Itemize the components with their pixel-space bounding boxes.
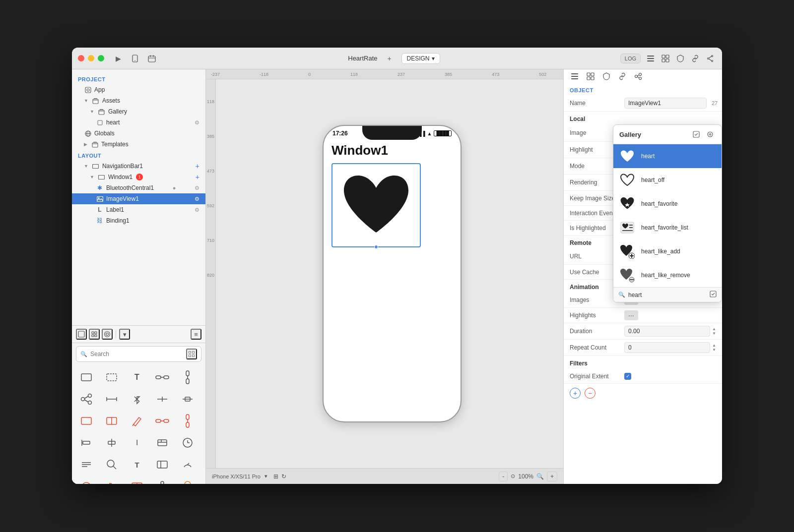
widget-search-widget[interactable]	[101, 454, 122, 475]
gallery-search-action[interactable]	[710, 291, 717, 299]
sidebar-item-gallery[interactable]: ▼ Gallery	[72, 106, 205, 117]
add-button[interactable]: +	[384, 53, 396, 64]
gallery-icon-1[interactable]	[691, 129, 702, 140]
link-button[interactable]	[689, 53, 701, 64]
bluetooth-settings-icon[interactable]: ⚙	[195, 185, 199, 191]
log-button[interactable]: LOG	[620, 54, 641, 63]
canvas-area[interactable]: 118 385 473 592 710 820 17:26 ▐▐▐	[206, 79, 563, 468]
gallery-search-input[interactable]	[628, 292, 707, 298]
tab-list[interactable]	[568, 69, 582, 83]
gallery-item-heart-favorite[interactable]: heart_favorite	[613, 192, 722, 216]
widget-red-pen[interactable]	[127, 411, 147, 431]
gallery-item-heart-like-add[interactable]: heart_like_add	[613, 239, 722, 263]
widget-red-chain[interactable]	[177, 411, 198, 431]
widget-chain-v[interactable]	[177, 367, 198, 388]
repeat-count-down[interactable]: ▼	[712, 348, 716, 352]
zoom-in-button[interactable]: +	[547, 472, 557, 481]
widget-extra-button[interactable]: ≡	[191, 329, 201, 340]
widget-red-circle[interactable]	[76, 476, 97, 484]
gallery-icon-2[interactable]	[705, 129, 716, 140]
widget-list-button[interactable]	[89, 329, 100, 340]
sidebar-item-binding1[interactable]: ⛓ Binding1	[72, 215, 205, 226]
widget-orange-pin[interactable]	[177, 476, 198, 484]
widget-red-link[interactable]	[152, 411, 173, 431]
widget-align-center[interactable]	[101, 432, 122, 453]
widget-plus-h[interactable]	[152, 389, 173, 410]
tab-grid[interactable]	[584, 69, 597, 83]
sidebar-item-imageview1[interactable]: ImageView1 ⚙	[72, 193, 205, 204]
close-button[interactable]	[78, 55, 84, 61]
repeat-count-up[interactable]: ▲	[712, 344, 716, 348]
heart-settings-icon[interactable]: ⚙	[195, 119, 199, 126]
widget-search-input[interactable]	[90, 351, 183, 357]
remove-filter-button[interactable]: −	[585, 388, 596, 399]
sidebar-item-assets[interactable]: ▼ Assets	[72, 95, 205, 106]
widget-node[interactable]	[76, 389, 97, 410]
widget-h-line[interactable]	[101, 389, 122, 410]
sidebar-item-bluetooth[interactable]: ✱ BluetoothCentral1 ● ⚙	[72, 182, 205, 193]
highlights-button[interactable]: ···	[624, 310, 638, 320]
zoom-out-button[interactable]: -	[499, 472, 508, 481]
widget-red-camera[interactable]	[101, 476, 122, 484]
widget-dashed-rect[interactable]	[101, 367, 122, 388]
widget-text[interactable]: T	[127, 367, 147, 388]
window1-add-icon[interactable]: +	[196, 173, 199, 181]
widget-red-rect[interactable]	[76, 411, 97, 431]
tab-link[interactable]	[615, 69, 629, 83]
duration-down[interactable]: ▼	[712, 332, 716, 336]
widget-red-layout[interactable]	[127, 476, 147, 484]
widget-text-t[interactable]: T	[127, 454, 147, 475]
gallery-item-heart[interactable]: heart	[613, 144, 722, 168]
widget-layout-box[interactable]	[152, 454, 173, 475]
sidebar-item-navbar[interactable]: ▼ NavigationBar1 +	[72, 161, 205, 172]
canvas-resize-button[interactable]: ⊞	[273, 473, 278, 480]
sidebar-item-globals[interactable]: Globals	[72, 128, 205, 139]
widget-red-grid[interactable]	[101, 411, 122, 431]
canvas-rotate-button[interactable]: ↻	[281, 473, 286, 480]
list-view-button[interactable]	[645, 53, 657, 64]
widget-gauge[interactable]	[177, 454, 198, 475]
widget-shape-button[interactable]	[102, 329, 113, 340]
gallery-item-heart-fav-list[interactable]: heart_favorite_list	[613, 216, 722, 239]
duration-up[interactable]: ▲	[712, 327, 716, 331]
shield-button[interactable]	[674, 53, 686, 64]
widget-box[interactable]	[152, 432, 173, 453]
repeat-count-input[interactable]	[624, 342, 710, 353]
original-extent-checkbox[interactable]: ✓	[624, 373, 631, 380]
widget-expand-button[interactable]: ▾	[119, 329, 130, 340]
widget-node2[interactable]	[152, 476, 173, 484]
widget-chain-h[interactable]	[152, 367, 173, 388]
sidebar-item-app[interactable]: App	[72, 84, 205, 95]
widget-align-left[interactable]	[76, 432, 97, 453]
sidebar-item-window1[interactable]: ▼ Window1 1 +	[72, 172, 205, 182]
selection-handle[interactable]	[374, 245, 378, 249]
widget-rect[interactable]	[76, 367, 97, 388]
zoom-fit-button[interactable]: ⊙	[511, 473, 515, 479]
widget-paragraph[interactable]	[76, 454, 97, 475]
heart-image-view[interactable]	[331, 163, 421, 247]
design-button[interactable]: DESIGN ▾	[401, 53, 440, 64]
label1-settings-icon[interactable]: ⚙	[195, 207, 199, 213]
widget-align-h[interactable]	[177, 389, 198, 410]
widget-bluetooth[interactable]	[127, 389, 147, 410]
gallery-item-heart-off[interactable]: heart_off	[613, 168, 722, 192]
add-filter-button[interactable]: +	[570, 388, 581, 399]
zoom-search-button[interactable]: 🔍	[536, 473, 544, 480]
navbar-add-icon[interactable]: +	[196, 162, 199, 170]
tab-arrow[interactable]	[631, 69, 645, 83]
tab-shield[interactable]	[599, 69, 613, 83]
widget-text-edit[interactable]: Ⅰ	[127, 432, 147, 453]
name-input[interactable]	[624, 98, 707, 109]
maximize-button[interactable]	[98, 55, 104, 61]
share-button[interactable]	[704, 53, 716, 64]
sidebar-item-templates[interactable]: ▶ Templates	[72, 139, 205, 150]
imageview1-settings-icon[interactable]: ⚙	[195, 196, 199, 202]
play-button[interactable]: ▶	[112, 53, 124, 64]
widget-grid-button[interactable]	[186, 349, 197, 359]
widget-clock[interactable]	[177, 432, 198, 453]
widget-view-button[interactable]	[76, 329, 87, 340]
grid-view-button[interactable]	[660, 53, 671, 64]
device-button[interactable]	[129, 53, 141, 64]
sidebar-item-label1[interactable]: L Label1 ⚙	[72, 204, 205, 215]
minimize-button[interactable]	[88, 55, 94, 61]
